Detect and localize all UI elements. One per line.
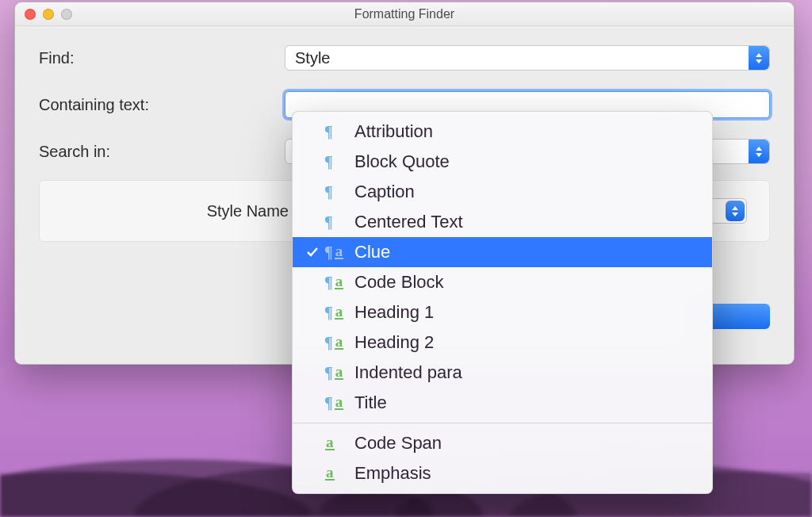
dropdown-item-label: Clue [354,242,699,262]
paragraph-and-character-style-icon: ¶a [324,274,348,292]
paragraph-and-character-style-icon: ¶a [324,304,348,322]
dropdown-item-label: Heading 2 [354,332,699,353]
dropdown-item-label: Heading 1 [354,302,699,323]
dropdown-item[interactable]: ¶Centered Text [293,207,712,237]
checkmark-icon [304,243,321,261]
paragraph-style-icon: ¶ [324,213,348,232]
paragraph-and-character-style-icon: ¶a [324,364,348,382]
checkmark-icon [304,304,321,321]
find-select-value: Style [295,49,330,67]
stepper-arrows-icon [749,46,769,70]
dropdown-item[interactable]: aEmphasis [293,458,712,488]
dropdown-item[interactable]: ¶aIndented para [293,358,712,388]
checkmark-icon [304,394,321,412]
dropdown-item-label: Centered Text [354,212,699,232]
find-select[interactable]: Style [285,45,770,71]
paragraph-and-character-style-icon: ¶a [324,243,348,262]
checkmark-icon [304,435,321,452]
checkmark-icon [304,465,321,482]
dropdown-item-label: Title [354,393,699,413]
character-style-icon: a [324,436,348,450]
dropdown-item-label: Caption [354,182,699,202]
paragraph-style-icon: ¶ [324,123,348,141]
dropdown-item-label: Code Block [354,272,699,293]
paragraph-and-character-style-icon: ¶a [324,334,348,352]
checkmark-icon [304,213,321,231]
dropdown-item[interactable]: ¶aHeading 1 [293,297,712,327]
checkmark-icon [304,183,321,201]
find-label: Find: [39,49,285,67]
checkmark-icon [304,364,321,381]
dropdown-separator [293,423,712,423]
paragraph-style-icon: ¶ [324,153,348,171]
dropdown-item[interactable]: ¶Attribution [293,117,712,147]
dropdown-item[interactable]: ¶Block Quote [293,147,712,177]
paragraph-and-character-style-icon: ¶a [324,394,348,412]
style-name-dropdown[interactable]: ¶Attribution¶Block Quote¶Caption¶Centere… [292,111,713,494]
minimize-window-button[interactable] [43,9,54,20]
dropdown-item[interactable]: ¶aCode Block [293,267,712,297]
titlebar: Formatting Finder [15,2,794,26]
dropdown-item[interactable]: ¶aTitle [293,388,712,418]
dropdown-item[interactable]: ¶aHeading 2 [293,327,712,358]
search-in-label: Search in: [39,143,285,161]
window-controls [15,9,72,20]
dropdown-item[interactable]: ¶aClue [293,237,712,267]
checkmark-icon [304,123,321,140]
dropdown-item[interactable]: ¶Caption [293,177,712,207]
find-row: Find: Style [39,45,770,71]
dropdown-item-label: Attribution [354,121,699,142]
stepper-arrows-icon [749,140,769,163]
containing-text-label: Containing text: [39,96,285,114]
checkmark-icon [304,334,321,351]
zoom-window-button[interactable] [61,9,72,20]
close-window-button[interactable] [25,9,36,20]
paragraph-style-icon: ¶ [324,183,348,201]
checkmark-icon [304,153,321,170]
stepper-arrows-icon [726,201,745,221]
checkmark-icon [304,274,321,291]
dropdown-item-label: Code Span [354,433,699,454]
window-title: Formatting Finder [15,7,794,21]
dropdown-item-label: Indented para [354,362,699,383]
character-style-icon: a [324,466,348,481]
style-name-label: Style Name [62,202,289,220]
dropdown-item[interactable]: aCode Span [293,428,712,458]
dropdown-item-label: Block Quote [354,151,699,172]
dropdown-item-label: Emphasis [354,463,699,484]
